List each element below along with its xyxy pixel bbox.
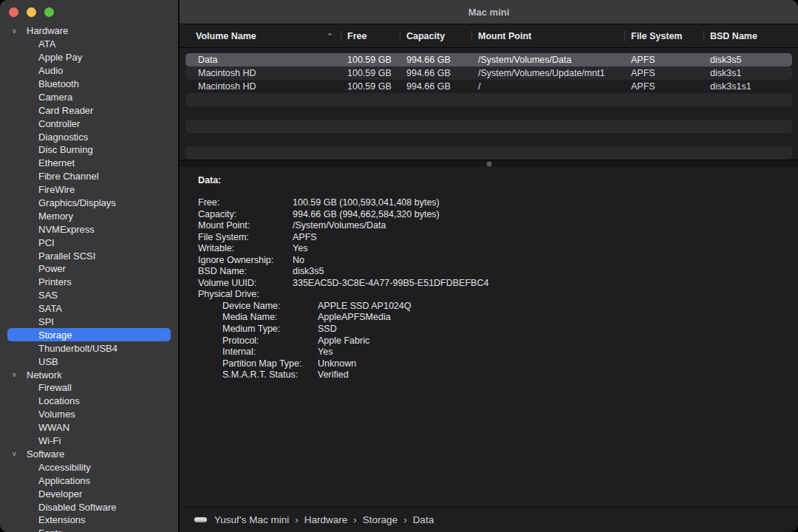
table-row-empty[interactable]	[185, 106, 792, 120]
sidebar-item-label: Fonts	[38, 528, 63, 532]
sidebar-item-sas[interactable]: SAS	[0, 289, 178, 302]
sidebar-item-storage[interactable]: Storage	[7, 328, 171, 341]
sidebar-item-camera[interactable]: Camera	[0, 90, 178, 103]
cell-free: 100.59 GB	[341, 55, 400, 65]
sidebar-item-label: Card Reader	[38, 105, 93, 116]
chevron-down-icon[interactable]: ∨	[12, 371, 27, 378]
sidebar-item-parallel-scsi[interactable]: Parallel SCSI	[0, 249, 178, 262]
sidebar-item-graphics-displays[interactable]: Graphics/Displays	[0, 197, 178, 210]
sidebar-item-label: Firewall	[38, 382, 72, 393]
detail-title: Data:	[198, 175, 798, 185]
chevron-down-icon[interactable]: ∨	[12, 27, 27, 35]
sidebar-item-label: USB	[38, 356, 58, 367]
sidebar-item-bluetooth[interactable]: Bluetooth	[0, 78, 178, 91]
sidebar-item-developer[interactable]: Developer	[0, 487, 178, 500]
sidebar-group-network[interactable]: ∨Network	[0, 368, 178, 381]
pane-splitter[interactable]	[180, 160, 798, 167]
breadcrumb-separator: ›	[353, 514, 357, 525]
titlebar[interactable]: Mac mini	[180, 0, 798, 24]
breadcrumb-segment-yusuf-s-mac-mini: Yusuf’s Mac mini	[214, 514, 289, 525]
sidebar-item-sata[interactable]: SATA	[0, 302, 178, 316]
sidebar-item-diagnostics[interactable]: Diagnostics	[0, 130, 178, 143]
sidebar-item-label: SATA	[38, 303, 62, 314]
detail-label: Device Name:	[222, 301, 318, 313]
sidebar-item-memory[interactable]: Memory	[0, 209, 178, 222]
column-header-capacity[interactable]: Capacity	[400, 24, 471, 47]
sidebar-item-fibre-channel[interactable]: Fibre Channel	[0, 170, 178, 183]
cell-free: 100.59 GB	[341, 68, 400, 78]
detail-row-media-name: Media Name:AppleAPFSMedia	[222, 312, 798, 324]
detail-value: APPLE SSD AP1024Q	[318, 301, 411, 313]
sidebar-category-list[interactable]: ∨HardwareATAApple PayAudioBluetoothCamer…	[0, 24, 178, 532]
window-title: Mac mini	[468, 7, 510, 18]
sidebar-item-applications[interactable]: Applications	[0, 474, 178, 487]
table-row[interactable]: Data100.59 GB994.66 GB/System/Volumes/Da…	[185, 53, 792, 66]
column-header-label: Volume Name	[196, 31, 256, 41]
minimize-button[interactable]	[27, 7, 36, 17]
column-header-label: Capacity	[406, 31, 445, 41]
sidebar-item-locations[interactable]: Locations	[0, 395, 178, 408]
table-row-empty[interactable]	[185, 93, 792, 106]
sidebar-group-software[interactable]: ∨Software	[0, 448, 178, 461]
column-header-file-system[interactable]: File System	[624, 24, 703, 47]
sidebar-group-hardware[interactable]: ∨Hardware	[0, 24, 178, 38]
sidebar-item-accessibility[interactable]: Accessibility	[0, 460, 178, 474]
sidebar-item-thunderbolt-usb4[interactable]: Thunderbolt/USB4	[0, 341, 178, 355]
detail-row-ignore-ownership: Ignore Ownership:No	[198, 255, 798, 267]
sidebar-item-ata[interactable]: ATA	[0, 38, 178, 51]
sidebar-item-audio[interactable]: Audio	[0, 64, 178, 78]
cell-file-system: APFS	[624, 55, 703, 65]
chevron-down-icon[interactable]: ∨	[12, 450, 27, 457]
sidebar-item-power[interactable]: Power	[0, 262, 178, 276]
sidebar-item-card-reader[interactable]: Card Reader	[0, 103, 178, 117]
sidebar-item-label: Extensions	[38, 514, 86, 525]
sidebar-item-wi-fi[interactable]: Wi-Fi	[0, 434, 178, 448]
column-header-bsd-name[interactable]: BSD Name	[703, 24, 798, 47]
breadcrumb-segment-hardware: Hardware	[304, 514, 348, 525]
splitter-handle-icon[interactable]	[486, 161, 491, 166]
sidebar-item-wwan[interactable]: WWAN	[0, 421, 178, 434]
column-header-label: Mount Point	[478, 31, 531, 41]
column-header-free[interactable]: Free	[341, 24, 400, 47]
sidebar-item-controller[interactable]: Controller	[0, 117, 178, 130]
table-row-empty[interactable]	[185, 146, 792, 160]
sidebar-item-extensions[interactable]: Extensions	[0, 514, 178, 527]
detail-label: Capacity:	[198, 209, 293, 221]
zoom-button[interactable]	[44, 7, 54, 17]
sidebar-item-label: Wi-Fi	[38, 435, 61, 446]
sidebar-item-volumes[interactable]: Volumes	[0, 408, 178, 421]
sidebar-item-printers[interactable]: Printers	[0, 276, 178, 289]
sidebar-item-firewire[interactable]: FireWire	[0, 183, 178, 197]
sidebar-item-fonts[interactable]: Fonts	[0, 527, 178, 532]
table-row[interactable]: Macintosh HD100.59 GB994.66 GB/System/Vo…	[185, 66, 792, 80]
table-row-empty[interactable]	[185, 120, 792, 133]
detail-row-internal: Internal:Yes	[222, 347, 798, 358]
sidebar-item-nvmexpress[interactable]: NVMExpress	[0, 222, 178, 236]
column-header-mount-point[interactable]: Mount Point	[471, 24, 624, 47]
detail-value: Yes	[318, 347, 332, 358]
sidebar-item-disc-burning[interactable]: Disc Burning	[0, 143, 178, 157]
table-row-empty[interactable]	[185, 133, 792, 146]
detail-value: No	[293, 255, 304, 267]
detail-value: 335EAC5D-3C8E-4A77-99B5-E51DFDBEFBC4	[293, 278, 488, 290]
detail-label: Free:	[198, 197, 293, 209]
sidebar-item-ethernet[interactable]: Ethernet	[0, 157, 178, 170]
sidebar-item-usb[interactable]: USB	[0, 355, 178, 368]
detail-label: S.M.A.R.T. Status:	[222, 369, 318, 381]
cell-file-system: APFS	[624, 68, 703, 78]
detail-pane: Data: Free:100.59 GB (100,593,041,408 by…	[180, 167, 798, 507]
sidebar-item-label: Bluetooth	[38, 78, 79, 89]
close-button[interactable]	[9, 7, 18, 17]
column-header-volume-name[interactable]: Volume Name⌃	[180, 24, 341, 47]
detail-row-medium-type: Medium Type:SSD	[222, 324, 798, 335]
column-header-label: Free	[347, 31, 366, 41]
detail-label: Ignore Ownership:	[198, 255, 293, 267]
table-row[interactable]: Macintosh HD100.59 GB994.66 GB/APFSdisk3…	[185, 80, 792, 93]
sidebar-item-pci[interactable]: PCI	[0, 236, 178, 249]
main-pane: Mac mini Volume Name⌃FreeCapacityMount P…	[180, 0, 798, 532]
sidebar-item-apple-pay[interactable]: Apple Pay	[0, 51, 178, 64]
sidebar-item-disabled-software[interactable]: Disabled Software	[0, 500, 178, 514]
sidebar-item-spi[interactable]: SPI	[0, 316, 178, 329]
volume-table-body[interactable]: Data100.59 GB994.66 GB/System/Volumes/Da…	[180, 48, 798, 160]
sidebar-item-firewall[interactable]: Firewall	[0, 381, 178, 395]
